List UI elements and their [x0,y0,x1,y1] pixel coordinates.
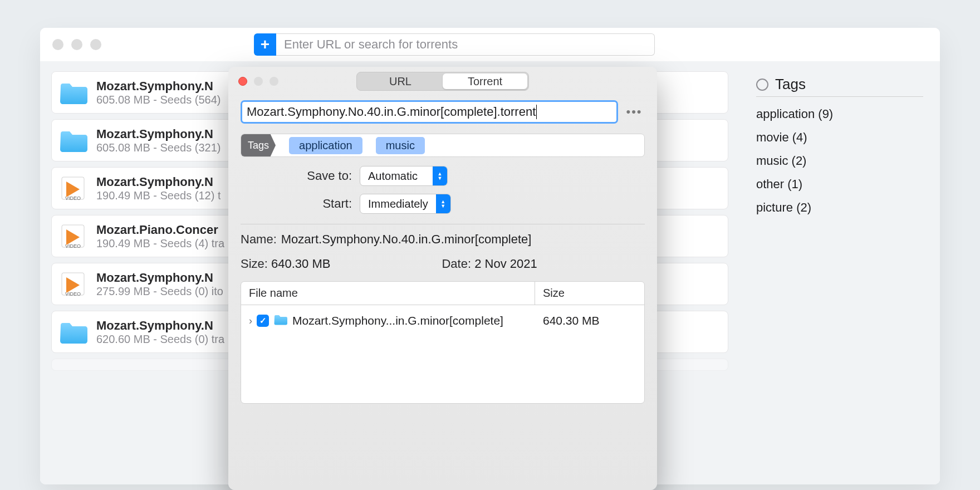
add-torrent-modal: URL Torrent Mozart.Symphony.No.40.in.G.m… [228,67,657,490]
add-button[interactable]: + [254,33,276,56]
result-text: Mozart.Symphony.N 605.08 MB - Seeds (564… [96,79,220,106]
folder-icon [58,80,87,105]
result-title: Mozart.Symphony.N [96,79,220,94]
searchbar-wrap: + Enter URL or search for torrents [254,33,655,56]
result-title: Mozart.Symphony.N [96,127,220,141]
result-meta: 605.08 MB - Seeds (564) [96,94,220,106]
modal-close-button[interactable] [238,77,247,86]
col-filename[interactable]: File name [241,282,535,305]
select-stepper-icon: ▲▼ [436,194,450,213]
file-row-name: › ✓ Mozart.Symphony...in.G.minor[complet… [241,313,535,329]
divider [241,224,645,224]
tab-torrent[interactable]: Torrent [443,74,527,89]
more-button[interactable]: ••• [624,103,645,121]
modal-zoom-disabled [270,77,278,86]
size-date-row: Size: 640.30 MB Date: 2 Nov 2021 [241,257,645,271]
tag-chip[interactable]: music [376,137,425,154]
filename-input[interactable]: Mozart.Symphony.No.40.in.G.minor[complet… [241,100,618,124]
search-input[interactable]: Enter URL or search for torrents [276,33,655,56]
traffic-light-close[interactable] [52,39,63,50]
result-meta: 275.99 MB - Seeds (0) ito [96,285,223,298]
start-select[interactable]: Immediately ▲▼ [360,194,451,214]
tags-label: Tags [241,134,276,156]
video-icon: VIDEO [58,224,87,248]
titlebar: + Enter URL or search for torrents [40,28,940,61]
tag-chip[interactable]: application [289,137,362,154]
result-meta: 190.49 MB - Seeds (12) t [96,189,220,202]
tags-panel: Tags application (9) movie (4) music (2)… [739,61,940,484]
disclosure-triangle-icon[interactable]: › [249,315,252,327]
start-label: Start: [241,197,352,211]
file-name-text: Mozart.Symphony...in.G.minor[complete] [292,314,503,327]
result-text: Mozart.Symphony.N 275.99 MB - Seeds (0) … [96,271,223,298]
filename-value: Mozart.Symphony.No.40.in.G.minor[complet… [247,105,536,119]
save-to-row: Save to: Automatic ▲▼ [241,166,645,186]
checkbox-checked[interactable]: ✓ [257,315,269,327]
tab-url[interactable]: URL [358,74,443,89]
size-label: Size: [241,257,268,271]
start-row: Start: Immediately ▲▼ [241,194,645,214]
form-rows: Save to: Automatic ▲▼ Start: Immediately… [241,166,645,214]
result-meta: 620.60 MB - Seeds (0) tra [96,333,224,346]
size-value: 640.30 MB [271,257,330,271]
svg-text:VIDEO: VIDEO [65,195,81,200]
folder-icon [273,313,288,329]
traffic-light-zoom[interactable] [90,39,101,50]
result-meta: 605.08 MB - Seeds (321) [96,141,220,154]
plus-icon: + [261,36,270,53]
result-text: Mozart.Symphony.N 190.49 MB - Seeds (12)… [96,175,220,202]
save-to-select[interactable]: Automatic ▲▼ [360,166,448,186]
video-icon: VIDEO [58,176,87,200]
select-stepper-icon: ▲▼ [433,166,447,185]
save-to-label: Save to: [241,169,352,183]
tag-item[interactable]: music (2) [756,149,923,173]
result-title: Mozart.Symphony.N [96,318,224,333]
text-caret [536,105,537,119]
result-title: Mozart.Symphony.N [96,175,220,189]
radio-icon[interactable] [756,79,768,91]
result-text: Mozart.Symphony.N 605.08 MB - Seeds (321… [96,127,220,154]
name-label: Name: [241,232,277,247]
result-text: Mozart.Piano.Concer 190.49 MB - Seeds (4… [96,223,224,250]
file-table: File name Size › ✓ Mozart.Symphony...in.… [241,281,645,404]
filename-row: Mozart.Symphony.No.40.in.G.minor[complet… [241,100,645,124]
traffic-light-minimize[interactable] [71,39,82,50]
file-table-head: File name Size [241,282,644,305]
tag-item[interactable]: picture (2) [756,196,923,219]
file-row-size: 640.30 MB [535,314,644,327]
name-value: Mozart.Symphony.No.40.in.G.minor[complet… [281,232,532,247]
ellipsis-icon: ••• [626,105,642,119]
search-placeholder: Enter URL or search for torrents [284,37,458,52]
folder-icon [58,128,87,153]
tag-item[interactable]: application (9) [756,102,923,126]
tags-header: Tags [756,76,923,97]
modal-content: Mozart.Symphony.No.40.in.G.minor[complet… [228,96,657,404]
save-to-value: Automatic [360,170,433,183]
result-meta: 190.49 MB - Seeds (4) tra [96,237,224,250]
date-value: 2 Nov 2021 [474,257,537,271]
modal-titlebar: URL Torrent [228,67,657,96]
tag-item[interactable]: other (1) [756,173,923,196]
source-tabs: URL Torrent [356,72,529,91]
folder-icon [58,320,87,344]
name-row: Name: Mozart.Symphony.No.40.in.G.minor[c… [241,232,645,247]
svg-text:VIDEO: VIDEO [65,243,81,248]
result-text: Mozart.Symphony.N 620.60 MB - Seeds (0) … [96,318,224,346]
file-row[interactable]: › ✓ Mozart.Symphony...in.G.minor[complet… [241,305,644,336]
col-size[interactable]: Size [535,287,644,300]
video-icon: VIDEO [58,272,87,296]
start-value: Immediately [360,198,436,210]
result-title: Mozart.Symphony.N [96,271,223,285]
result-title: Mozart.Piano.Concer [96,223,224,237]
svg-text:VIDEO: VIDEO [65,291,81,296]
modal-minimize-disabled [254,77,263,86]
date-label: Date: [442,257,471,271]
tag-item[interactable]: movie (4) [756,126,923,149]
tags-input[interactable]: Tags application music [241,134,645,157]
tags-heading: Tags [775,76,806,93]
